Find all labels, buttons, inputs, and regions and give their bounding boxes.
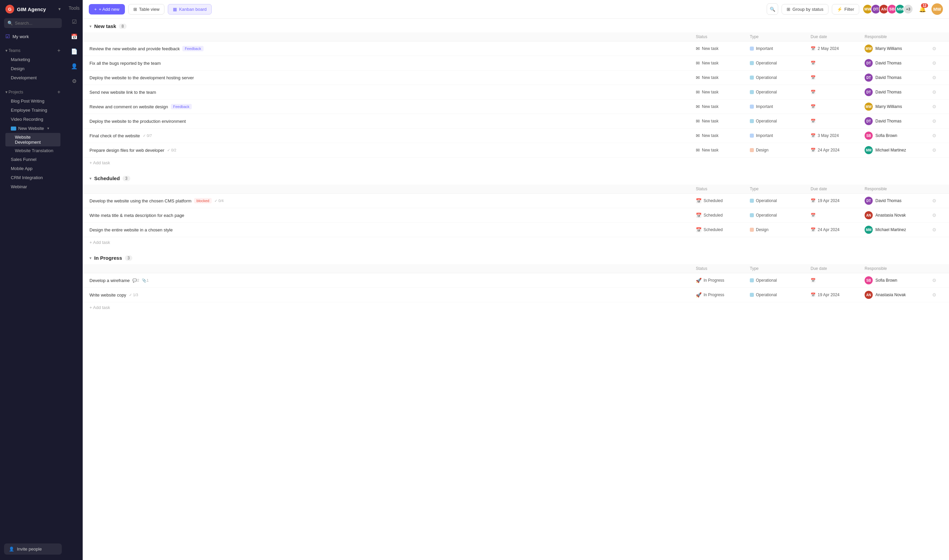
section-title-scheduled: Scheduled — [94, 175, 120, 181]
search-bar[interactable]: 🔍 Search... — [4, 18, 62, 28]
sidebar-item-new-website[interactable]: New Website ▾ — [5, 124, 60, 133]
table-row[interactable]: Prepare design files for web developer✓ … — [83, 143, 949, 157]
add-task-button[interactable]: + Add task — [83, 157, 949, 168]
sidebar-item-mobile-app[interactable]: Mobile App — [5, 164, 60, 173]
task-name-text: Write meta title & meta description for … — [89, 213, 184, 218]
content-area: ▾ New task 8 Status Type Due date Respon… — [83, 18, 949, 560]
type-cell: Operational — [750, 61, 810, 65]
kanban-board-button[interactable]: ▦ Kanban board — [168, 4, 212, 14]
status-text: New task — [702, 104, 718, 109]
sidebar-item-webinar[interactable]: Webinar — [5, 182, 60, 191]
sidebar-item-crm-integration[interactable]: CRM Integration — [5, 173, 60, 182]
row-settings[interactable]: ⚙ — [932, 292, 942, 297]
sidebar-item-development[interactable]: Development — [5, 73, 60, 82]
due-date-icon: 📅 — [810, 228, 816, 232]
add-task-button[interactable]: + Add task — [83, 237, 949, 248]
due-date-cell: 📅 — [810, 90, 865, 94]
table-row[interactable]: Write meta title & meta description for … — [83, 208, 949, 223]
avatar-count[interactable]: +3 — [903, 4, 913, 14]
team-avatars: MW DT AN SB MM +3 — [863, 4, 913, 14]
table-row[interactable]: Deploy the website to the production env… — [83, 114, 949, 129]
sidebar-item-blog-post-writing[interactable]: Blog Post Writing — [5, 97, 60, 106]
responsible-name: Michael Martinez — [875, 148, 906, 152]
search-button[interactable]: 🔍 — [767, 3, 778, 15]
sidebar-item-video-recording[interactable]: Video Recording — [5, 115, 60, 124]
my-work-item[interactable]: ☑ My work — [0, 31, 66, 42]
row-settings[interactable]: ⚙ — [932, 278, 942, 283]
table-row[interactable]: Final check of the website✓ 0/7 ✉ New ta… — [83, 129, 949, 143]
status-icon: ✉ — [696, 46, 700, 51]
app-chevron-icon[interactable]: ▾ — [59, 7, 60, 11]
table-row[interactable]: Design the entire website in a chosen st… — [83, 223, 949, 237]
type-dot — [750, 46, 754, 51]
group-by-status-button[interactable]: ⊞ Group by status — [782, 4, 829, 14]
sidebar-item-marketing[interactable]: Marketing — [5, 55, 60, 64]
table-row[interactable]: Review the new website and provide feedb… — [83, 42, 949, 56]
due-date-icon: 📅 — [810, 278, 816, 283]
invite-people-button[interactable]: 👤 Invite people — [4, 543, 62, 555]
type-text: Operational — [756, 61, 777, 65]
due-date-cell: 📅 — [810, 119, 865, 123]
section-toggle-new-task[interactable]: ▾ — [89, 24, 91, 29]
add-new-button[interactable]: + + Add new — [89, 4, 125, 14]
type-dot — [750, 105, 754, 109]
teams-add-icon[interactable]: + — [57, 48, 60, 54]
task-name-cell: Develop the website using the chosen CMS… — [89, 198, 696, 203]
type-dot — [750, 90, 754, 94]
status-cell: ✉ New task — [696, 118, 750, 124]
status-text: New task — [702, 119, 718, 123]
add-task-button[interactable]: + Add task — [83, 302, 949, 313]
calendar-icon[interactable]: 📅 — [68, 30, 80, 43]
type-dot — [750, 148, 754, 152]
section-in-progress: ▾ In Progress 3 Status Type Due date Res… — [83, 250, 949, 313]
responsible-avatar: DT — [865, 59, 873, 67]
due-date-cell: 📅 — [810, 104, 865, 109]
task-icon[interactable]: ☑ — [68, 15, 80, 28]
row-settings[interactable]: ⚙ — [932, 148, 942, 153]
row-settings[interactable]: ⚙ — [932, 118, 942, 124]
row-settings[interactable]: ⚙ — [932, 104, 942, 109]
table-row[interactable]: Develop a wireframe💬2📎1 🚀 In Progress Op… — [83, 273, 949, 288]
row-settings[interactable]: ⚙ — [932, 46, 942, 51]
table-row[interactable]: Send new website link to the team ✉ New … — [83, 85, 949, 100]
person-icon[interactable]: 👤 — [68, 60, 80, 72]
row-settings[interactable]: ⚙ — [932, 227, 942, 232]
responsible-name: Marry Williams — [875, 104, 902, 109]
sidebar-item-design[interactable]: Design — [5, 64, 60, 73]
row-settings[interactable]: ⚙ — [932, 89, 942, 95]
section-toggle-in-progress[interactable]: ▾ — [89, 256, 91, 260]
sidebar-item-sales-funnel[interactable]: Sales Funnel — [5, 155, 60, 164]
projects-header[interactable]: ▾ Projects + — [5, 89, 60, 95]
table-row[interactable]: Fix all the bugs reported by the team ✉ … — [83, 56, 949, 71]
filter-button[interactable]: ⚡ Filter — [832, 4, 859, 14]
sidebar-item-website-development[interactable]: Website Development — [5, 133, 60, 146]
task-name-cell: Write website copy✓ 1/3 — [89, 292, 696, 297]
table-row[interactable]: Write website copy✓ 1/3 🚀 In Progress Op… — [83, 288, 949, 302]
table-row[interactable]: Develop the website using the chosen CMS… — [83, 194, 949, 208]
notification-button[interactable]: 🔔 12 — [917, 3, 928, 15]
section-toggle-scheduled[interactable]: ▾ — [89, 176, 91, 181]
table-row[interactable]: Review and comment on website designFeed… — [83, 100, 949, 114]
table-view-button[interactable]: ⊞ Table view — [128, 4, 165, 14]
settings-icon[interactable]: ⚙ — [68, 75, 80, 87]
sidebar-item-employee-training[interactable]: Employee Training — [5, 106, 60, 115]
app-logo[interactable]: G GIM Agency ▾ — [0, 0, 66, 18]
type-dot — [750, 213, 754, 217]
table-row[interactable]: Deploy the website to the development ho… — [83, 71, 949, 85]
sidebar: G GIM Agency ▾ 🔍 Search... ☑ My work ▾ T… — [0, 0, 66, 560]
status-text: Scheduled — [704, 198, 723, 203]
row-settings[interactable]: ⚙ — [932, 75, 942, 80]
projects-add-icon[interactable]: + — [57, 89, 60, 95]
document-icon[interactable]: 📄 — [68, 45, 80, 57]
teams-header[interactable]: ▾ Teams + — [5, 48, 60, 54]
my-work-label: My work — [12, 34, 29, 39]
row-settings[interactable]: ⚙ — [932, 198, 942, 203]
task-name-text: Final check of the website — [89, 133, 140, 138]
grid-icon: ⊞ — [787, 7, 790, 12]
user-avatar[interactable]: MW — [932, 3, 943, 15]
row-settings[interactable]: ⚙ — [932, 60, 942, 66]
sidebar-item-website-translation[interactable]: Website Translation — [5, 146, 60, 155]
row-settings[interactable]: ⚙ — [932, 212, 942, 218]
row-settings[interactable]: ⚙ — [932, 133, 942, 138]
due-date-cell: 📅19 Apr 2024 — [810, 198, 865, 203]
